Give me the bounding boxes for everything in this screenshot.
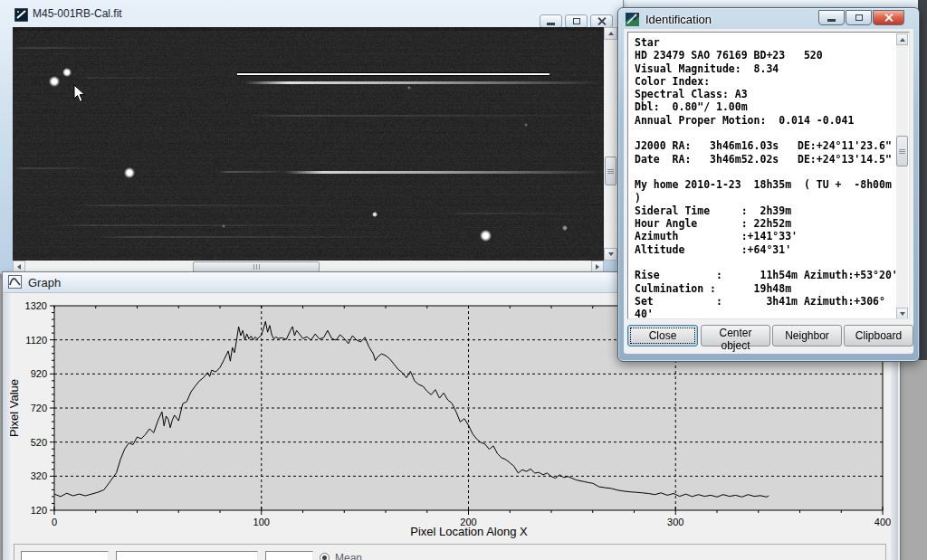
profile-width-field[interactable] bbox=[265, 551, 313, 560]
star bbox=[524, 123, 528, 127]
restore-button[interactable] bbox=[565, 14, 588, 28]
svg-text:0: 0 bbox=[52, 517, 57, 527]
star bbox=[562, 225, 567, 230]
identification-dialog: Identification Star HD 23479 SAO 76169 B… bbox=[617, 7, 920, 362]
spectral-streak bbox=[248, 115, 601, 117]
svg-text:1120: 1120 bbox=[25, 335, 47, 346]
close-window-button[interactable] bbox=[873, 10, 904, 25]
identification-client: Star HD 23479 SAO 76169 BD+23 520 Visual… bbox=[624, 29, 913, 354]
identification-titlebar[interactable]: Identification bbox=[618, 8, 919, 29]
star bbox=[480, 230, 492, 242]
spectral-streak bbox=[94, 236, 420, 238]
svg-text:320: 320 bbox=[31, 470, 47, 481]
restore-icon bbox=[855, 14, 863, 21]
arrow-up-icon bbox=[900, 38, 905, 42]
svg-text:100: 100 bbox=[253, 517, 270, 527]
svg-text:920: 920 bbox=[31, 368, 47, 379]
scroll-down-button[interactable] bbox=[604, 248, 617, 261]
star bbox=[124, 167, 135, 178]
grip-icon bbox=[899, 149, 905, 154]
graph-window-title: Graph bbox=[28, 276, 61, 289]
neighbor-button[interactable]: Neighbor bbox=[772, 325, 842, 346]
spectral-streak bbox=[244, 81, 604, 84]
svg-text:300: 300 bbox=[667, 517, 683, 527]
graph-icon bbox=[8, 275, 22, 292]
image-window-titlebar[interactable]: M45-001RB-Cal.fit bbox=[0, 0, 623, 27]
image-window-controls bbox=[540, 14, 613, 28]
grip-icon bbox=[607, 169, 614, 174]
profile-value-field[interactable] bbox=[116, 551, 258, 560]
mdi-workspace: M45-001RB-Cal.fit Graph bbox=[0, 0, 927, 560]
minimize-icon bbox=[827, 19, 836, 22]
scroll-down-button[interactable] bbox=[896, 308, 908, 319]
spectral-streak bbox=[67, 204, 375, 206]
star bbox=[49, 76, 60, 87]
arrow-right-icon bbox=[596, 264, 599, 270]
scroll-up-button[interactable] bbox=[896, 33, 908, 45]
identification-title: Identification bbox=[645, 13, 712, 26]
star bbox=[407, 86, 411, 90]
minimize-button[interactable] bbox=[818, 10, 845, 25]
close-icon bbox=[884, 14, 893, 22]
identification-icon bbox=[626, 13, 639, 30]
spectral-streak bbox=[49, 224, 393, 226]
fits-image-icon bbox=[14, 8, 28, 25]
grip-icon bbox=[253, 264, 260, 270]
restore-icon bbox=[573, 18, 580, 24]
restore-button[interactable] bbox=[846, 10, 872, 25]
image-vertical-scrollbar[interactable] bbox=[604, 27, 617, 261]
close-button[interactable]: Close bbox=[627, 325, 698, 346]
mean-radio[interactable] bbox=[320, 553, 330, 560]
spectral-streak bbox=[284, 171, 604, 174]
dialog-scroll-thumb[interactable] bbox=[896, 136, 908, 166]
image-window: M45-001RB-Cal.fit bbox=[0, 0, 624, 276]
spectral-streak bbox=[13, 47, 121, 49]
svg-text:120: 120 bbox=[31, 505, 47, 516]
spectral-streak bbox=[219, 171, 291, 173]
fits-image-view[interactable] bbox=[13, 27, 604, 261]
spectral-streak bbox=[76, 77, 212, 79]
minimize-icon bbox=[547, 23, 555, 25]
spectral-streak bbox=[13, 167, 103, 169]
arrow-down-icon bbox=[900, 312, 905, 316]
svg-text:1320: 1320 bbox=[25, 300, 47, 311]
spectral-streak bbox=[447, 213, 604, 214]
radio-dot-icon bbox=[322, 555, 327, 560]
star bbox=[222, 224, 225, 228]
scroll-up-button[interactable] bbox=[604, 27, 617, 40]
close-button[interactable] bbox=[590, 14, 613, 28]
clipboard-button[interactable]: Clipboard bbox=[844, 325, 913, 346]
center-object-button[interactable]: Center object bbox=[701, 325, 770, 346]
svg-text:520: 520 bbox=[31, 437, 47, 448]
dialog-scrollbar[interactable] bbox=[896, 33, 908, 319]
vertical-scroll-thumb[interactable] bbox=[605, 157, 616, 185]
identification-controls bbox=[818, 10, 904, 25]
minimize-button[interactable] bbox=[540, 14, 562, 28]
svg-text:720: 720 bbox=[31, 403, 47, 413]
profile-mode-combobox[interactable] bbox=[21, 551, 109, 560]
image-window-title: M45-001RB-Cal.fit bbox=[33, 7, 122, 20]
mean-radio-label: Mean bbox=[335, 552, 362, 560]
arrow-up-icon bbox=[608, 32, 614, 35]
close-icon bbox=[597, 17, 606, 25]
svg-text:400: 400 bbox=[874, 517, 891, 527]
identification-text: Star HD 23479 SAO 76169 BD+23 520 Visual… bbox=[628, 33, 909, 319]
graph-toolbar-groupbox: Mean bbox=[14, 544, 886, 560]
x-axis-label: Pixel Location Along X bbox=[410, 525, 528, 538]
arrow-left-icon bbox=[17, 264, 21, 270]
graph-left-border bbox=[3, 293, 10, 560]
arrow-down-icon bbox=[608, 252, 614, 256]
identification-textbox[interactable]: Star HD 23479 SAO 76169 BD+23 520 Visual… bbox=[627, 32, 910, 319]
photometry-cut-line bbox=[237, 72, 550, 76]
